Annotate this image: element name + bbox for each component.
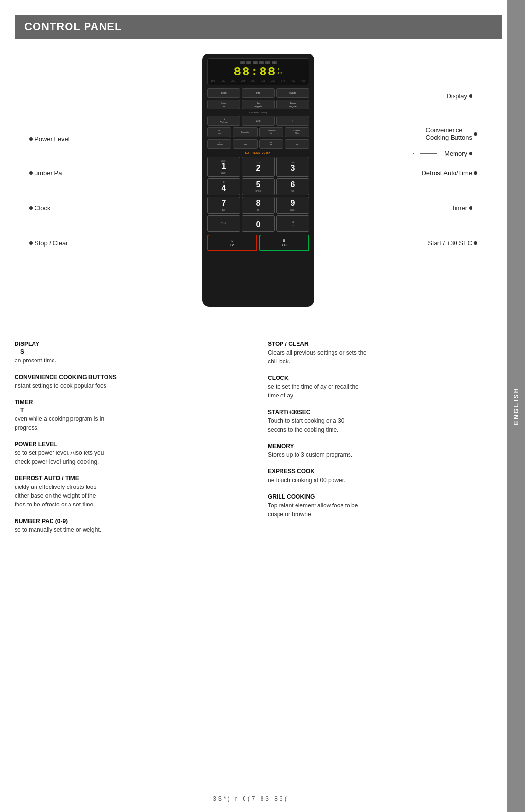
btn-foen[interactable]: Foenaegate — [276, 100, 309, 109]
descriptions: DISPLAY S an present time. CONVENIENCE C… — [15, 341, 502, 543]
btn-i[interactable]: i — [276, 116, 309, 126]
numpad-grid: OOF 1 OOF OF 2 OF 3 F 4 5 30 — [207, 157, 309, 232]
desc-express-cook-body: ne touch cooking at 00 power. — [268, 476, 502, 485]
desc-memory-title: MEMORY — [268, 443, 502, 450]
desc-display-title: DISPLAY — [15, 341, 248, 347]
btn-row-5: iCointion ing eotlae eo — [207, 139, 309, 149]
icon-1: ⊞ — [240, 61, 245, 64]
btn-convectio2[interactable]: Convectioot — [259, 127, 283, 137]
dot-clock — [29, 206, 33, 210]
footer: 3$*( r 6(7 83 86( — [0, 795, 502, 802]
start-button[interactable]: tt30C — [259, 235, 309, 251]
num-btn-2[interactable]: OF 2 — [242, 157, 275, 177]
num-btn-4[interactable]: F 4 — [207, 178, 240, 195]
dot-memory — [469, 152, 472, 155]
desc-grill: GRILL COOKING Top raiant element allow f… — [268, 493, 502, 519]
num-btn-5[interactable]: 5 300F — [242, 178, 275, 195]
btn-row-2: Innete Feaegate Foenaegate — [207, 100, 309, 109]
display-text: Display — [446, 92, 467, 100]
convection-label: Convection Cooking — [207, 111, 309, 114]
btn-evege[interactable]: evege — [276, 88, 309, 98]
desc-stop-clear: STOP / CLEAR Clears all previous setting… — [268, 341, 502, 366]
stop-label-text: toCe — [230, 238, 234, 247]
dot-number-pad — [29, 171, 33, 175]
btn-ocon[interactable]: ocon — [207, 88, 240, 98]
num-btn-3[interactable]: OF 3 — [276, 157, 309, 177]
desc-express-cook-title: EXPRESS COOK — [268, 468, 502, 475]
desc-power-level-body: se to set power level. Also lets youchec… — [15, 449, 248, 466]
desc-grill-title: GRILL COOKING — [268, 493, 502, 500]
btn-row-4: oeeve Convectio Convectioot CointionFl k… — [207, 127, 309, 137]
btn-inne[interactable]: Innete — [207, 100, 240, 109]
desc-memory-body: Stores up to 3 custom programs. — [268, 451, 502, 459]
dot-defrost — [474, 171, 477, 175]
desc-number-pad-body: se to manually set time or weight. — [15, 525, 248, 534]
diagram-area: Power Level umber Pa Clock Stop / Clear … — [15, 49, 502, 331]
label-start: Start / +30 SEC — [407, 239, 477, 247]
btn-eo[interactable]: eo — [285, 139, 309, 149]
btn-ing[interactable]: ing — [233, 139, 257, 149]
desc-memory: MEMORY Stores up to 3 custom programs. — [268, 443, 502, 459]
display-time: 88:88 — [233, 66, 276, 78]
desc-left-column: DISPLAY S an present time. CONVENIENCE C… — [15, 341, 248, 543]
num-btn-cook[interactable]: Cook — [207, 215, 240, 232]
desc-defrost-body: uickly an effectively efrosts fooseither… — [15, 483, 248, 509]
num-btn-0[interactable]: F 0 — [242, 215, 275, 232]
desc-columns: DISPLAY S an present time. CONVENIENCE C… — [15, 341, 502, 543]
btn-otto[interactable]: otto — [242, 88, 275, 98]
label-timer: Timer — [410, 204, 472, 212]
label-memory: Memory — [413, 150, 472, 157]
btn-eot[interactable]: eotlae — [259, 139, 283, 149]
btn-cke[interactable]: Cke — [242, 116, 275, 126]
desc-number-pad-title: NUMBER PAD (0-9) — [15, 518, 248, 524]
label-display: Display — [405, 92, 472, 100]
num-btn-9[interactable]: 9 OOF — [276, 197, 309, 214]
stop-clear-text: Stop / Clear — [35, 239, 68, 247]
bottom-buttons: toCe tt30C — [207, 235, 309, 251]
btn-cointion[interactable]: CointionFl ke — [285, 127, 309, 137]
btn-convectio1[interactable]: Convectio — [233, 127, 257, 137]
microwave-panel: ⊞ ⊞ ⊞ ⊞ ⊞ ⊞ 88:88 F Oz 100 150 — [202, 54, 314, 307]
num-btn-6[interactable]: 6 3F — [276, 178, 309, 195]
btn-fe[interactable]: Feaegate — [242, 100, 275, 109]
desc-start: START/+30SEC Touch to start cooking or a… — [268, 409, 502, 434]
desc-start-body: Touch to start cooking or a 30secons to … — [268, 416, 502, 434]
icon-2: ⊞ — [246, 61, 251, 64]
num-btn-7[interactable]: 7 30F — [207, 197, 240, 214]
dot-power-level — [29, 137, 33, 141]
num-btn-1[interactable]: OOF 1 OOF — [207, 157, 240, 177]
stop-clear-button[interactable]: toCe — [207, 235, 257, 251]
label-number-pad: umber Pa — [29, 169, 95, 177]
dot-display — [469, 94, 472, 98]
desc-convenience-title: CONVENIENCE COOKING BUTTONS — [15, 374, 248, 380]
display-screen: ⊞ ⊞ ⊞ ⊞ ⊞ ⊞ 88:88 F Oz 100 150 — [207, 58, 309, 85]
number-pad-text: umber Pa — [35, 169, 62, 177]
desc-express-cook: EXPRESS COOK ne touch cooking at 00 powe… — [268, 468, 502, 485]
num-btn-8[interactable]: 8 3F — [242, 197, 275, 214]
footer-text: 3$*( r 6(7 83 86( — [213, 795, 288, 802]
num-btn-ia[interactable]: ia ... — [276, 215, 309, 232]
label-power-level: Power Level — [29, 135, 110, 143]
display-unit: F — [278, 67, 282, 71]
btn-oe[interactable]: oeeve — [207, 127, 231, 137]
label-convenience: Convenience Cooking Buttons — [400, 126, 477, 141]
desc-stop-clear-body: Clears all previous settings or sets the… — [268, 348, 502, 366]
desc-display: DISPLAY S an present time. — [15, 341, 248, 365]
desc-convenience: CONVENIENCE COOKING BUTTONS nstant setti… — [15, 374, 248, 390]
btn-chicken[interactable]: otClcken — [207, 116, 240, 126]
btn-i-cointion[interactable]: iCointion — [207, 139, 231, 149]
display-icons: ⊞ ⊞ ⊞ ⊞ ⊞ ⊞ — [210, 61, 306, 64]
page-header: CONTROL PANEL — [15, 15, 502, 39]
icon-3: ⊞ — [253, 61, 258, 64]
desc-display-subtitle: S — [20, 348, 248, 355]
desc-timer: TIMER T even while a cooking program is … — [15, 399, 248, 432]
desc-timer-title: TIMER — [15, 399, 248, 406]
desc-power-level: POWER LEVEL se to set power level. Also … — [15, 441, 248, 466]
dot-convenience — [474, 132, 477, 136]
btn-row-1: ocon otto evege — [207, 88, 309, 98]
dot-timer — [469, 206, 472, 210]
power-level-text: Power Level — [35, 135, 70, 143]
page-title: CONTROL PANEL — [24, 20, 122, 33]
label-defrost: Defrost Auto/Time — [401, 169, 477, 177]
main-content: Power Level umber Pa Clock Stop / Clear … — [15, 44, 502, 783]
